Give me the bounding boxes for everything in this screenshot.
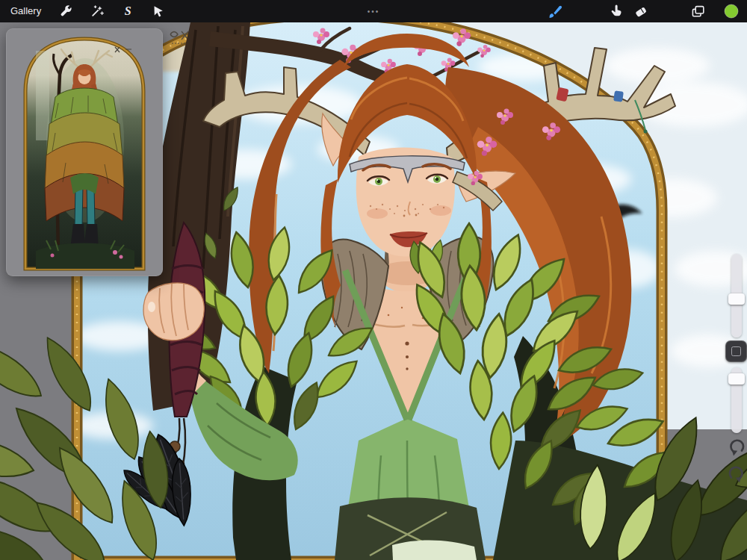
- actions-button[interactable]: [55, 0, 78, 22]
- brush-opacity-slider[interactable]: [731, 367, 742, 433]
- reference-companion-panel[interactable]: [6, 28, 163, 276]
- toolbar-right-group: [544, 0, 743, 22]
- eraser-icon: [633, 4, 648, 19]
- brush-opacity-handle[interactable]: [728, 373, 745, 385]
- window-handle-dots[interactable]: •••: [368, 7, 380, 16]
- undo-button[interactable]: [725, 436, 747, 458]
- modify-button[interactable]: [725, 340, 747, 362]
- layers-icon: [690, 4, 706, 19]
- selection-s-icon: S: [125, 5, 131, 17]
- color-swatch-circle: [723, 3, 740, 19]
- adjustments-button[interactable]: [86, 0, 108, 22]
- smudge-tool-button[interactable]: [605, 0, 627, 22]
- brush-size-handle[interactable]: [728, 293, 745, 305]
- smudge-finger-icon: [609, 4, 624, 19]
- hand: [143, 283, 204, 340]
- layers-button[interactable]: [686, 0, 709, 22]
- transform-button[interactable]: [147, 0, 170, 22]
- toolbar-left-group: Gallery S: [0, 0, 170, 22]
- transform-arrow-icon: [151, 4, 166, 19]
- brush-size-slider[interactable]: [731, 254, 742, 337]
- reference-thumbnail: [6, 28, 163, 276]
- magic-wand-icon: [90, 4, 105, 19]
- erase-tool-button[interactable]: [630, 0, 652, 22]
- selections-button[interactable]: S: [117, 0, 139, 22]
- paint-tool-button[interactable]: [544, 0, 566, 22]
- redo-button[interactable]: [725, 463, 747, 485]
- redo-arrow-icon: [726, 463, 747, 484]
- color-button[interactable]: [720, 0, 743, 22]
- toolbar: Gallery S •••: [0, 0, 747, 22]
- square-icon: [731, 346, 741, 356]
- paintbrush-icon: [547, 3, 563, 19]
- canvas-area: [0, 22, 747, 560]
- undo-arrow-icon: [726, 436, 747, 457]
- gallery-button[interactable]: Gallery: [0, 0, 47, 22]
- wrench-icon: [59, 4, 74, 19]
